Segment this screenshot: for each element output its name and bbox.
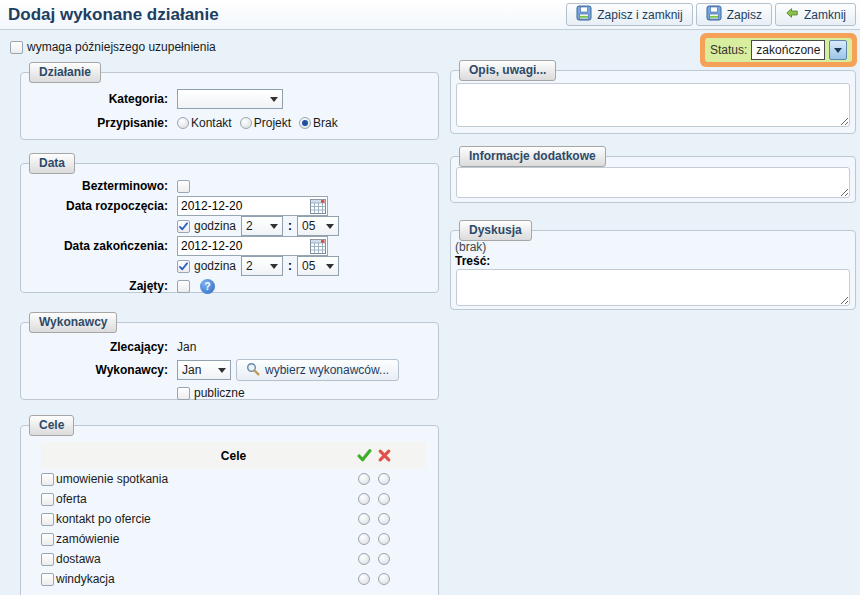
end-hour-value: 2	[246, 259, 268, 273]
cele-table: Cele umowienie spotkania ofert	[41, 442, 426, 589]
save-button[interactable]: Zapisz	[696, 3, 772, 26]
cele-item-label: umowienie spotkania	[56, 472, 168, 486]
dropdown-arrow-icon	[834, 48, 842, 53]
arrow-left-icon	[785, 6, 799, 23]
save-and-close-label: Zapisz i zamknij	[597, 8, 682, 22]
end-minute-select[interactable]: 05	[297, 256, 339, 276]
end-date-input[interactable]	[178, 238, 309, 254]
radio-projekt-label: Projekt	[254, 116, 291, 130]
start-hour-value: 2	[246, 219, 268, 233]
data-zakonczenia-label: Data zakończenia:	[29, 239, 177, 253]
radio-brak-label: Brak	[313, 116, 338, 130]
cele-radio-yes[interactable]	[358, 533, 370, 545]
panel-dyskusja: Dyskusja (brak) Treść:	[450, 230, 856, 310]
dropdown-arrow-icon	[324, 224, 336, 229]
cele-radio-no[interactable]	[378, 553, 390, 565]
cele-checkbox[interactable]	[41, 533, 54, 546]
help-icon[interactable]: ?	[200, 279, 215, 294]
dyskusja-textarea[interactable]	[456, 269, 850, 306]
publiczne-label: publiczne	[194, 386, 245, 400]
start-godzina-checkbox[interactable]	[177, 220, 190, 233]
floppy-icon	[576, 5, 592, 24]
bezterminowo-label: Bezterminowo:	[29, 179, 177, 193]
panel-wykonawcy: Wykonawcy Zlecający: Jan Wykonawcy: Jan …	[20, 322, 439, 400]
tresc-label: Treść:	[455, 254, 490, 268]
bezterminowo-checkbox[interactable]	[177, 180, 190, 193]
followup-checkbox[interactable]	[10, 41, 23, 54]
wybierz-wykonawcow-button[interactable]: wybierz wykonawców...	[236, 359, 399, 381]
cele-checkbox[interactable]	[41, 513, 54, 526]
radio-projekt[interactable]	[240, 117, 252, 129]
end-minute-value: 05	[302, 259, 324, 273]
cele-radio-no[interactable]	[378, 513, 390, 525]
cele-radio-no[interactable]	[378, 473, 390, 485]
cele-item-label: oferta	[56, 492, 87, 506]
cele-radio-no[interactable]	[378, 533, 390, 545]
wykonawcy-select[interactable]: Jan	[177, 360, 231, 380]
legend-dzialanie: Działanie	[29, 62, 101, 83]
data-rozpoczecia-label: Data rozpoczęcia:	[29, 199, 177, 213]
cele-radio-yes[interactable]	[358, 553, 370, 565]
cele-radio-no[interactable]	[378, 493, 390, 505]
page-title: Dodaj wykonane działanie	[8, 5, 219, 25]
dropdown-arrow-icon	[268, 224, 280, 229]
time-separator: :	[288, 259, 292, 273]
check-icon	[178, 261, 189, 272]
kategoria-select[interactable]	[177, 89, 283, 109]
cele-item-label: windykacja	[56, 572, 115, 586]
toolbar: Zapisz i zamknij Zapisz Zamknij	[566, 3, 856, 26]
kategoria-label: Kategoria:	[29, 92, 177, 106]
legend-informacje: Informacje dodatkowe	[459, 146, 606, 167]
status-dropdown-button[interactable]	[829, 40, 847, 60]
cele-radio-yes[interactable]	[358, 573, 370, 585]
informacje-textarea[interactable]	[456, 167, 850, 198]
top-bar: Dodaj wykonane działanie Zapisz i zamkni…	[0, 0, 860, 30]
close-label: Zamknij	[804, 8, 846, 22]
end-godzina-checkbox[interactable]	[177, 260, 190, 273]
legend-data: Data	[29, 153, 75, 174]
cele-radio-yes[interactable]	[358, 513, 370, 525]
start-date-field	[177, 196, 328, 216]
start-godzina-label: godzina	[194, 219, 236, 233]
panel-opis: Opis, uwagi...	[450, 70, 856, 134]
cele-radio-yes[interactable]	[358, 493, 370, 505]
legend-opis: Opis, uwagi...	[459, 60, 556, 81]
calendar-icon[interactable]	[309, 197, 327, 215]
check-icon	[357, 448, 372, 466]
panel-dzialanie: Działanie Kategoria: Przypisanie: Kontak…	[20, 72, 439, 140]
radio-brak[interactable]	[299, 117, 311, 129]
cele-row: dostawa	[41, 549, 426, 569]
legend-wykonawcy: Wykonawcy	[29, 312, 117, 333]
save-label: Zapisz	[727, 8, 762, 22]
cele-checkbox[interactable]	[41, 473, 54, 486]
close-button[interactable]: Zamknij	[775, 3, 856, 26]
cele-radio-yes[interactable]	[358, 473, 370, 485]
cele-checkbox[interactable]	[41, 573, 54, 586]
floppy-icon	[706, 5, 722, 24]
status-select[interactable]: zakończone	[751, 40, 825, 60]
calendar-icon[interactable]	[309, 237, 327, 255]
panel-informacje: Informacje dodatkowe	[450, 156, 856, 203]
opis-textarea[interactable]	[456, 83, 850, 127]
zajety-checkbox[interactable]	[177, 280, 190, 293]
end-hour-select[interactable]: 2	[241, 256, 283, 276]
zlecajacy-label: Zlecający:	[29, 340, 177, 354]
start-hour-select[interactable]: 2	[241, 216, 283, 236]
radio-kontakt[interactable]	[177, 117, 189, 129]
start-minute-select[interactable]: 05	[297, 216, 339, 236]
cele-row: windykacja	[41, 569, 426, 589]
legend-dyskusja: Dyskusja	[459, 220, 532, 241]
cele-radio-no[interactable]	[378, 573, 390, 585]
cele-checkbox[interactable]	[41, 553, 54, 566]
save-and-close-button[interactable]: Zapisz i zamknij	[566, 3, 692, 26]
zlecajacy-value: Jan	[177, 340, 196, 354]
cross-icon	[377, 448, 392, 466]
cele-row: zamówienie	[41, 529, 426, 549]
add-activity-window: Dodaj wykonane działanie Zapisz i zamkni…	[0, 0, 860, 595]
publiczne-checkbox[interactable]	[177, 387, 190, 400]
search-icon	[246, 362, 260, 379]
cele-item-label: dostawa	[56, 552, 101, 566]
cele-checkbox[interactable]	[41, 493, 54, 506]
start-date-input[interactable]	[178, 198, 309, 214]
dropdown-arrow-icon	[324, 264, 336, 269]
